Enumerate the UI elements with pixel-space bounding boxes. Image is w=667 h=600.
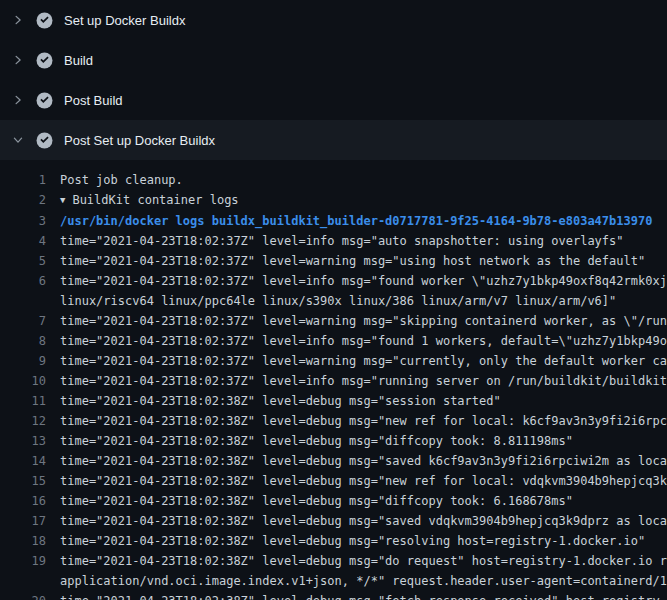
log-text: time="2021-04-23T18:02:38Z" level=debug … [46, 591, 667, 600]
log-line: 7time="2021-04-23T18:02:37Z" level=warni… [0, 311, 667, 331]
step-header[interactable]: Set up Docker Buildx [0, 0, 667, 40]
log-line: 13time="2021-04-23T18:02:38Z" level=debu… [0, 431, 667, 451]
line-number[interactable]: 18 [0, 531, 46, 551]
log-text: time="2021-04-23T18:02:38Z" level=debug … [46, 491, 667, 511]
chevron-right-icon [12, 54, 28, 66]
log-line: 15time="2021-04-23T18:02:38Z" level=debu… [0, 471, 667, 491]
log-text: time="2021-04-23T18:02:37Z" level=info m… [46, 371, 667, 391]
log-group-toggle[interactable]: ▼BuildKit container logs [46, 190, 667, 211]
chevron-down-icon [12, 134, 28, 146]
line-number[interactable]: 13 [0, 431, 46, 451]
line-number[interactable]: 10 [0, 371, 46, 391]
actions-log-viewer: Set up Docker BuildxBuildPost BuildPost … [0, 0, 667, 600]
line-number[interactable]: 17 [0, 511, 46, 531]
line-number[interactable]: 9 [0, 351, 46, 371]
line-number[interactable]: 16 [0, 491, 46, 511]
line-number[interactable]: 20 [0, 591, 46, 600]
log-line: 1Post job cleanup. [0, 170, 667, 190]
log-text: time="2021-04-23T18:02:37Z" level=info m… [46, 231, 667, 251]
log-line: 18time="2021-04-23T18:02:38Z" level=debu… [0, 531, 667, 551]
log-line: 6time="2021-04-23T18:02:37Z" level=info … [0, 271, 667, 311]
log-lines: 1Post job cleanup.2▼BuildKit container l… [0, 160, 667, 600]
step-header[interactable]: Build [0, 40, 667, 80]
log-text: time="2021-04-23T18:02:38Z" level=debug … [46, 391, 667, 411]
log-line: 12time="2021-04-23T18:02:38Z" level=debu… [0, 411, 667, 431]
log-text: Post job cleanup. [46, 170, 667, 190]
check-circle-icon [36, 52, 53, 69]
line-number[interactable]: 2 [0, 190, 46, 211]
step-title: Post Build [64, 93, 123, 108]
line-number[interactable]: 11 [0, 391, 46, 411]
check-circle-icon [36, 12, 53, 29]
log-line: 20time="2021-04-23T18:02:38Z" level=debu… [0, 591, 667, 600]
log-text: time="2021-04-23T18:02:38Z" level=debug … [46, 451, 667, 471]
line-number[interactable]: 7 [0, 311, 46, 331]
log-text: time="2021-04-23T18:02:37Z" level=info m… [46, 271, 667, 311]
log-text: time="2021-04-23T18:02:37Z" level=warnin… [46, 311, 667, 331]
line-number[interactable]: 3 [0, 211, 46, 231]
log-line: 5time="2021-04-23T18:02:37Z" level=warni… [0, 251, 667, 271]
log-text: time="2021-04-23T18:02:38Z" level=debug … [46, 411, 667, 431]
log-text: time="2021-04-23T18:02:38Z" level=debug … [46, 531, 667, 551]
log-text: time="2021-04-23T18:02:37Z" level=warnin… [46, 251, 667, 271]
step-header[interactable]: Post Build [0, 80, 667, 120]
triangle-down-icon: ▼ [60, 190, 65, 210]
line-number[interactable]: 1 [0, 170, 46, 190]
log-line: 11time="2021-04-23T18:02:38Z" level=debu… [0, 391, 667, 411]
steps-list: Set up Docker BuildxBuildPost BuildPost … [0, 0, 667, 160]
chevron-right-icon [12, 14, 28, 26]
group-label: BuildKit container logs [72, 193, 238, 207]
log-text: time="2021-04-23T18:02:38Z" level=debug … [46, 431, 667, 451]
line-number[interactable]: 14 [0, 451, 46, 471]
log-text: time="2021-04-23T18:02:38Z" level=debug … [46, 511, 667, 531]
check-circle-icon [36, 132, 53, 149]
log-text: time="2021-04-23T18:02:37Z" level=warnin… [46, 351, 667, 371]
log-text: time="2021-04-23T18:02:37Z" level=info m… [46, 331, 667, 351]
log-line: 3/usr/bin/docker logs buildx_buildkit_bu… [0, 211, 667, 231]
line-number[interactable]: 5 [0, 251, 46, 271]
line-number[interactable]: 15 [0, 471, 46, 491]
step-header[interactable]: Post Set up Docker Buildx [0, 120, 667, 160]
log-text: time="2021-04-23T18:02:38Z" level=debug … [46, 551, 667, 591]
chevron-right-icon [12, 94, 28, 106]
line-number[interactable]: 19 [0, 551, 46, 591]
log-line: 16time="2021-04-23T18:02:38Z" level=debu… [0, 491, 667, 511]
step-title: Post Set up Docker Buildx [64, 133, 215, 148]
log-text: time="2021-04-23T18:02:38Z" level=debug … [46, 471, 667, 491]
line-number[interactable]: 6 [0, 271, 46, 311]
log-line: 4time="2021-04-23T18:02:37Z" level=info … [0, 231, 667, 251]
log-line: 9time="2021-04-23T18:02:37Z" level=warni… [0, 351, 667, 371]
log-line: 8time="2021-04-23T18:02:37Z" level=info … [0, 331, 667, 351]
check-circle-icon [36, 92, 53, 109]
line-number[interactable]: 12 [0, 411, 46, 431]
log-line: 14time="2021-04-23T18:02:38Z" level=debu… [0, 451, 667, 471]
log-line: 19time="2021-04-23T18:02:38Z" level=debu… [0, 551, 667, 591]
step-title: Set up Docker Buildx [64, 13, 185, 28]
line-number[interactable]: 4 [0, 231, 46, 251]
line-number[interactable]: 8 [0, 331, 46, 351]
log-line: 10time="2021-04-23T18:02:37Z" level=info… [0, 371, 667, 391]
log-line: 17time="2021-04-23T18:02:38Z" level=debu… [0, 511, 667, 531]
log-command-text: /usr/bin/docker logs buildx_buildkit_bui… [46, 211, 667, 231]
log-line: 2▼BuildKit container logs [0, 190, 667, 211]
step-title: Build [64, 53, 93, 68]
